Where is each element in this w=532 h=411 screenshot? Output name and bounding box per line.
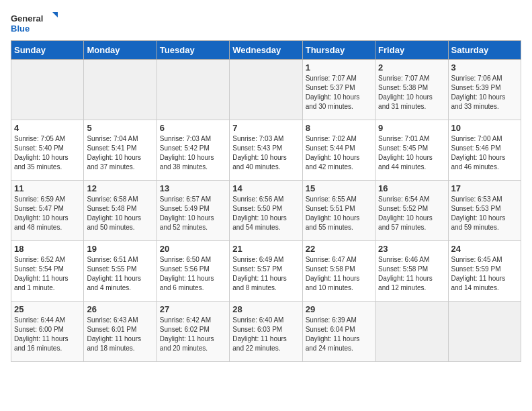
day-info: Sunrise: 6:58 AMSunset: 5:48 PMDaylight:… [87,195,153,232]
calendar-day-cell [157,60,229,120]
day-number: 22 [306,244,372,254]
calendar-day-cell: 27Sunrise: 6:42 AMSunset: 6:02 PMDayligh… [157,302,229,362]
day-number: 28 [232,304,299,314]
day-info: Sunrise: 6:45 AMSunset: 5:59 PMDaylight:… [451,255,518,293]
day-number: 16 [378,183,445,193]
day-number: 1 [306,62,372,73]
day-number: 9 [378,123,445,133]
calendar-day-cell: 5Sunrise: 7:04 AMSunset: 5:41 PMDaylight… [84,120,157,181]
day-number: 10 [451,123,518,133]
calendar-day-cell: 26Sunrise: 6:43 AMSunset: 6:01 PMDayligh… [84,302,157,362]
calendar-day-cell: 12Sunrise: 6:58 AMSunset: 5:48 PMDayligh… [84,181,157,241]
day-info: Sunrise: 7:03 AMSunset: 5:42 PMDaylight:… [160,134,226,172]
day-info: Sunrise: 6:56 AMSunset: 5:50 PMDaylight:… [232,195,299,232]
day-number: 27 [160,304,226,314]
calendar-day-cell: 29Sunrise: 6:39 AMSunset: 6:04 PMDayligh… [302,302,375,362]
calendar-day-cell: 3Sunrise: 7:06 AMSunset: 5:39 PMDaylight… [448,60,521,120]
day-number: 3 [451,62,518,73]
day-number: 26 [87,304,153,314]
calendar-day-cell: 14Sunrise: 6:56 AMSunset: 5:50 PMDayligh… [230,181,302,241]
day-info: Sunrise: 6:39 AMSunset: 6:04 PMDaylight:… [306,316,372,353]
calendar-day-cell: 13Sunrise: 6:57 AMSunset: 5:49 PMDayligh… [157,181,229,241]
calendar-day-cell: 25Sunrise: 6:44 AMSunset: 6:00 PMDayligh… [11,302,84,362]
calendar-day-cell: 4Sunrise: 7:05 AMSunset: 5:40 PMDaylight… [11,120,84,181]
day-number: 12 [87,183,153,193]
day-info: Sunrise: 6:43 AMSunset: 6:01 PMDaylight:… [87,316,153,353]
calendar-week-row: 4Sunrise: 7:05 AMSunset: 5:40 PMDaylight… [11,120,521,181]
day-info: Sunrise: 6:42 AMSunset: 6:02 PMDaylight:… [160,316,226,353]
calendar-day-cell: 20Sunrise: 6:50 AMSunset: 5:56 PMDayligh… [157,241,229,302]
day-number: 19 [87,244,153,254]
day-info: Sunrise: 7:06 AMSunset: 5:39 PMDaylight:… [451,74,518,111]
day-info: Sunrise: 6:53 AMSunset: 5:53 PMDaylight:… [451,195,518,232]
calendar-day-cell: 21Sunrise: 6:49 AMSunset: 5:57 PMDayligh… [230,241,302,302]
weekday-header-sunday: Sunday [11,41,84,60]
svg-text:General: General [11,13,43,24]
calendar-week-row: 18Sunrise: 6:52 AMSunset: 5:54 PMDayligh… [11,241,521,302]
calendar-day-cell: 7Sunrise: 7:03 AMSunset: 5:43 PMDaylight… [230,120,302,181]
day-number: 21 [232,244,299,254]
calendar-table: SundayMondayTuesdayWednesdayThursdayFrid… [11,40,521,362]
weekday-header-monday: Monday [84,41,157,60]
calendar-day-cell: 8Sunrise: 7:02 AMSunset: 5:44 PMDaylight… [302,120,375,181]
day-info: Sunrise: 7:07 AMSunset: 5:37 PMDaylight:… [306,74,372,111]
calendar-day-cell: 15Sunrise: 6:55 AMSunset: 5:51 PMDayligh… [302,181,375,241]
logo-svg: General Blue [11,11,58,35]
day-info: Sunrise: 6:47 AMSunset: 5:58 PMDaylight:… [306,255,372,293]
day-info: Sunrise: 6:51 AMSunset: 5:55 PMDaylight:… [87,255,153,293]
svg-marker-2 [52,12,58,17]
day-info: Sunrise: 6:52 AMSunset: 5:54 PMDaylight:… [14,255,81,293]
day-info: Sunrise: 7:07 AMSunset: 5:38 PMDaylight:… [378,74,445,111]
calendar-day-cell: 16Sunrise: 6:54 AMSunset: 5:52 PMDayligh… [375,181,448,241]
day-info: Sunrise: 6:46 AMSunset: 5:58 PMDaylight:… [378,255,445,293]
day-info: Sunrise: 6:59 AMSunset: 5:47 PMDaylight:… [14,195,81,232]
calendar-day-cell: 23Sunrise: 6:46 AMSunset: 5:58 PMDayligh… [375,241,448,302]
day-info: Sunrise: 7:03 AMSunset: 5:43 PMDaylight:… [232,134,299,172]
day-number: 7 [232,123,299,133]
day-info: Sunrise: 7:01 AMSunset: 5:45 PMDaylight:… [378,134,445,172]
calendar-day-cell: 6Sunrise: 7:03 AMSunset: 5:42 PMDaylight… [157,120,229,181]
calendar-day-cell [230,60,302,120]
calendar-day-cell: 24Sunrise: 6:45 AMSunset: 5:59 PMDayligh… [448,241,521,302]
calendar-day-cell: 17Sunrise: 6:53 AMSunset: 5:53 PMDayligh… [448,181,521,241]
weekday-header-friday: Friday [375,41,448,60]
day-number: 18 [14,244,81,254]
day-info: Sunrise: 6:44 AMSunset: 6:00 PMDaylight:… [14,316,81,353]
weekday-header-row: SundayMondayTuesdayWednesdayThursdayFrid… [11,41,521,60]
calendar-week-row: 11Sunrise: 6:59 AMSunset: 5:47 PMDayligh… [11,181,521,241]
calendar-day-cell [84,60,157,120]
day-info: Sunrise: 7:04 AMSunset: 5:41 PMDaylight:… [87,134,153,172]
calendar-week-row: 25Sunrise: 6:44 AMSunset: 6:00 PMDayligh… [11,302,521,362]
day-info: Sunrise: 6:40 AMSunset: 6:03 PMDaylight:… [232,316,299,353]
day-number: 25 [14,304,81,314]
day-number: 2 [378,62,445,73]
calendar-day-cell: 10Sunrise: 7:00 AMSunset: 5:46 PMDayligh… [448,120,521,181]
calendar-day-cell: 9Sunrise: 7:01 AMSunset: 5:45 PMDaylight… [375,120,448,181]
day-number: 13 [160,183,226,193]
day-info: Sunrise: 6:50 AMSunset: 5:56 PMDaylight:… [160,255,226,293]
day-info: Sunrise: 7:00 AMSunset: 5:46 PMDaylight:… [451,134,518,172]
day-info: Sunrise: 6:55 AMSunset: 5:51 PMDaylight:… [306,195,372,232]
day-info: Sunrise: 6:54 AMSunset: 5:52 PMDaylight:… [378,195,445,232]
weekday-header-saturday: Saturday [448,41,521,60]
calendar-day-cell: 28Sunrise: 6:40 AMSunset: 6:03 PMDayligh… [230,302,302,362]
day-info: Sunrise: 6:49 AMSunset: 5:57 PMDaylight:… [232,255,299,293]
weekday-header-thursday: Thursday [302,41,375,60]
calendar-day-cell: 22Sunrise: 6:47 AMSunset: 5:58 PMDayligh… [302,241,375,302]
calendar-day-cell [375,302,448,362]
day-number: 29 [306,304,372,314]
day-number: 20 [160,244,226,254]
calendar-day-cell: 18Sunrise: 6:52 AMSunset: 5:54 PMDayligh… [11,241,84,302]
day-number: 24 [451,244,518,254]
day-number: 14 [232,183,299,193]
calendar-week-row: 1Sunrise: 7:07 AMSunset: 5:37 PMDaylight… [11,60,521,120]
weekday-header-wednesday: Wednesday [230,41,302,60]
day-number: 17 [451,183,518,193]
day-info: Sunrise: 6:57 AMSunset: 5:49 PMDaylight:… [160,195,226,232]
logo: General Blue [11,11,58,35]
day-number: 5 [87,123,153,133]
calendar-day-cell: 2Sunrise: 7:07 AMSunset: 5:38 PMDaylight… [375,60,448,120]
day-info: Sunrise: 7:02 AMSunset: 5:44 PMDaylight:… [306,134,372,172]
svg-text:Blue: Blue [11,24,30,34]
calendar-day-cell [448,302,521,362]
